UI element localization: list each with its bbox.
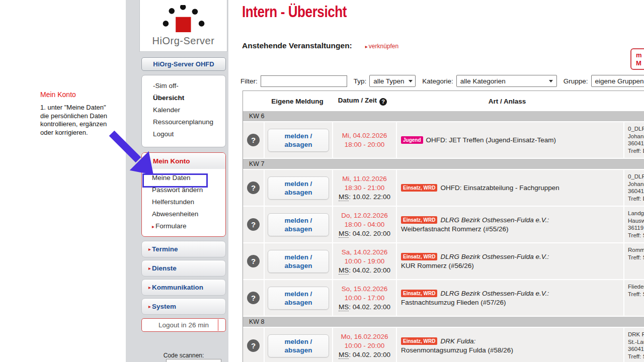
kategorie-select[interactable]: alle Kategorien bbox=[456, 75, 557, 87]
verknuepfen-label: verknüpfen bbox=[369, 43, 398, 50]
event-location-cell: RommeTreff: Sick bbox=[624, 243, 644, 279]
event-title-cell: Einsatz, WRDDLRG Bezirk Osthessen-Fulda … bbox=[397, 243, 623, 279]
triangle-right-icon: ▸ bbox=[365, 44, 368, 49]
help-icon[interactable]: ? bbox=[379, 98, 387, 106]
typ-select[interactable]: alle Typen bbox=[369, 75, 416, 87]
triangle-right-icon: ▸ bbox=[148, 304, 151, 309]
menu-item-sim-off[interactable]: -Sim off- bbox=[142, 80, 225, 92]
melden-absagen-button[interactable]: melden /absagen bbox=[268, 176, 329, 200]
melden-absagen-button[interactable]: melden /absagen bbox=[268, 129, 329, 152]
event-type-badge: Einsatz, WRD bbox=[401, 253, 437, 260]
sidebar-section-termine[interactable]: ▸Termine bbox=[141, 241, 226, 257]
event-title-cell: Einsatz, WRDOHFD: Einsatzabteilung - Fac… bbox=[397, 170, 623, 206]
location-line: Hauswu bbox=[628, 217, 644, 225]
melden-absagen-button[interactable]: melden /absagen bbox=[268, 250, 329, 273]
melden-absagen-button[interactable]: melden /absagen bbox=[268, 334, 329, 357]
filter-bar: Filter: Typ: alle Typen Kategorie: alle … bbox=[240, 74, 644, 87]
question-icon[interactable]: ? bbox=[247, 339, 260, 352]
app-logo: HiOrg-Server bbox=[139, 0, 227, 52]
location-line: 0_DLRG bbox=[628, 125, 644, 133]
question-icon[interactable]: ? bbox=[247, 134, 260, 146]
event-date-line: Sa, 14.02.2026 bbox=[342, 248, 388, 257]
event-row: ?melden /absagenDo, 12.02.202618:00 - 04… bbox=[243, 207, 644, 242]
location-line: Johanne bbox=[628, 133, 644, 140]
filter-input[interactable] bbox=[261, 75, 347, 87]
location-line: 36041 F bbox=[628, 345, 644, 353]
page-title: Intern - Übersicht bbox=[242, 3, 347, 21]
location-line: St.-Laur bbox=[628, 338, 644, 346]
location-line: Romme bbox=[628, 246, 644, 254]
typ-label: Typ: bbox=[354, 77, 367, 85]
event-type-badge: Einsatz, WRD bbox=[401, 337, 437, 345]
event-title-line: Einsatz, WRDOHFD: Einsatzabteilung - Fac… bbox=[401, 184, 623, 192]
logout-timer[interactable]: Logout in 26 min bbox=[141, 318, 226, 332]
sidebar-section-dienste[interactable]: ▸Dienste bbox=[141, 260, 226, 277]
event-name: Fastnachtsumzug Flieden (#57/26) bbox=[401, 299, 623, 306]
triangle-right-icon: ▸ bbox=[152, 224, 154, 229]
pointer-arrow-icon bbox=[107, 130, 157, 177]
calendar-week-row: KW 8 bbox=[243, 317, 644, 327]
account-item-abwesenheiten[interactable]: Abwesenheiten bbox=[142, 208, 225, 220]
org-title: HiOrg-Server OHFD bbox=[141, 57, 226, 71]
event-date-line: 10:00 - 17:00 bbox=[345, 294, 385, 303]
event-date-line: Mi, 11.02.2026 bbox=[342, 174, 386, 184]
event-title-cell: Einsatz, WRDDRK Fulda:Rosenmontagsumzug … bbox=[397, 328, 623, 362]
question-icon[interactable]: ? bbox=[247, 292, 260, 304]
event-location-cell: 0_DLRGJohanne36041 FTreff: DLR bbox=[624, 170, 644, 206]
ms-abbreviation: MS bbox=[339, 193, 349, 201]
calendar-week-row: KW 7 bbox=[243, 159, 644, 169]
location-line: Treff: Sick bbox=[628, 353, 644, 360]
menu-item-uebersicht[interactable]: Übersicht bbox=[142, 92, 225, 104]
event-title-line: Einsatz, WRDDLRG Bezirk Osthessen-Fulda … bbox=[401, 216, 623, 224]
account-item-helferstunden[interactable]: Helferstunden bbox=[142, 196, 225, 208]
question-icon[interactable]: ? bbox=[247, 255, 260, 267]
event-date-line: 10:00 - 19:00 bbox=[345, 257, 385, 266]
location-line: Landgas bbox=[628, 210, 644, 217]
sidebar-section-kommunikation[interactable]: ▸Kommunikation bbox=[141, 279, 226, 296]
menu-item-kalender[interactable]: Kalender bbox=[142, 104, 225, 116]
event-type-badge: Einsatz, WRD bbox=[401, 184, 437, 192]
event-action-cell: melden /absagen bbox=[265, 328, 332, 362]
header-datum-zeit: Datum / Zeit? bbox=[331, 97, 394, 106]
triangle-right-icon: ▸ bbox=[148, 265, 151, 271]
event-date-line: Mo, 16.02.2026 bbox=[341, 332, 388, 341]
section-title: Anstehende Veranstaltungen: bbox=[242, 41, 352, 50]
event-name: OHFD: Einsatzabteilung - Fachgruppen bbox=[440, 184, 559, 192]
event-row: ?melden /absagenMi, 11.02.202618:30 - 21… bbox=[243, 170, 644, 206]
event-organization: DLRG Bezirk Osthessen-Fulda e.V.: bbox=[440, 253, 549, 260]
event-action-cell: melden /absagen bbox=[265, 243, 332, 279]
event-title-cell: JugendOHFD: JET Treffen (Jugend-Einsatz-… bbox=[397, 122, 623, 158]
event-date-line: 10:00 - 20:00 bbox=[345, 341, 385, 350]
question-icon[interactable]: ? bbox=[247, 182, 260, 194]
question-icon[interactable]: ? bbox=[247, 218, 260, 231]
sidebar-section-system[interactable]: ▸System bbox=[141, 298, 226, 315]
event-title-cell: Einsatz, WRDDLRG Bezirk Osthessen-Fulda … bbox=[397, 280, 623, 316]
event-date-cell: Do, 12.02.202618:00 - 04:00MS: 04.02. 20… bbox=[333, 207, 396, 242]
event-date-cell: Mo, 16.02.202610:00 - 20:00MS: 04.02. 20… bbox=[333, 328, 396, 362]
account-item-formulare[interactable]: ▸Formulare bbox=[142, 220, 225, 232]
melden-absagen-button[interactable]: melden /absagen bbox=[268, 213, 329, 236]
gruppe-select[interactable]: eigene Gruppen bbox=[591, 75, 644, 87]
menu-item-ressourcenplanung[interactable]: Ressourcenplanung bbox=[142, 116, 225, 128]
dienste-label: Dienste bbox=[152, 264, 177, 272]
ms-abbreviation: MS bbox=[339, 351, 349, 359]
verknuepfen-link[interactable]: ▸verknüpfen bbox=[365, 43, 398, 50]
gruppe-label: Gruppe: bbox=[564, 77, 588, 85]
gruppe-select-value: eigene Gruppen bbox=[595, 77, 644, 85]
melden-absagen-button[interactable]: melden /absagen bbox=[268, 287, 329, 310]
event-deadline-line: MS: 04.02. 20:00 bbox=[339, 266, 390, 275]
datum-zeit-label: Datum / Zeit bbox=[338, 97, 377, 104]
event-date-line: Mi, 04.02.2026 bbox=[342, 131, 387, 140]
event-date-cell: Mi, 04.02.202618:00 - 20:00 bbox=[333, 122, 396, 158]
event-deadline-line: MS: 04.02. 20:00 bbox=[339, 303, 390, 312]
event-title-cell: Einsatz, WRDDLRG Bezirk Osthessen-Fulda … bbox=[397, 207, 623, 242]
clipped-info-box[interactable]: mM bbox=[630, 48, 644, 70]
event-name: KUR Rommerz (#56/26) bbox=[401, 262, 623, 269]
event-name: OHFD: JET Treffen (Jugend-Einsatz-Team) bbox=[426, 136, 556, 144]
event-row: ?melden /absagenSo, 15.02.202610:00 - 17… bbox=[243, 280, 644, 316]
event-date-cell: So, 15.02.202610:00 - 17:00MS: 04.02. 20… bbox=[333, 280, 396, 316]
ms-abbreviation: MS bbox=[339, 230, 349, 238]
ms-abbreviation: MS bbox=[339, 266, 349, 275]
event-action-cell: melden /absagen bbox=[265, 207, 332, 242]
events-table: Eigene Meldung Datum / Zeit? Art / Anlas… bbox=[243, 90, 644, 362]
